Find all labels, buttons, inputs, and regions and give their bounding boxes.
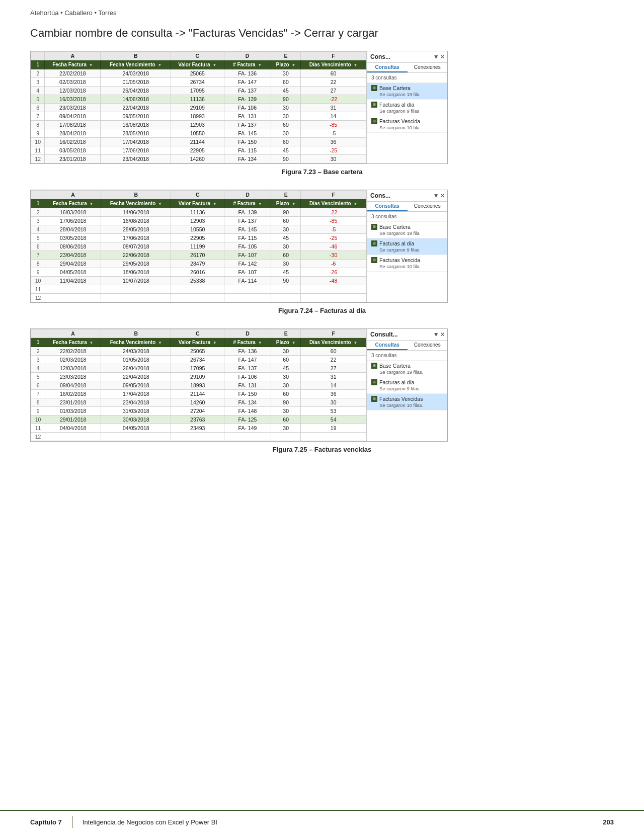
h2-col-B: Fecha Vencimiento ▼ — [101, 199, 171, 208]
query-name-1-1: Base Cartera — [379, 85, 411, 91]
cell: FA- 137 — [224, 87, 271, 95]
empty-cell — [171, 294, 224, 302]
query-item-1-3[interactable]: ⊞ Facturas Vencida Se cargaron 10 fila — [367, 116, 447, 133]
cell: FA- 137 — [224, 121, 271, 129]
panel-close-1[interactable]: ▼ × — [433, 53, 444, 60]
cell: 23/01/2018 — [45, 398, 101, 407]
sheet-table-1: A B C D E F 1 Fecha Factura ▼ Fecha Venc… — [31, 51, 366, 163]
h3-col-D: # Factura ▼ — [224, 338, 271, 347]
cell: -48 — [301, 277, 366, 285]
table-row: 716/02/201817/04/201821144FA- 1506036 — [31, 390, 366, 398]
footer-book-title: Inteligencia de Negocios con Excel y Pow… — [83, 818, 603, 826]
cell: 17/04/2018 — [101, 138, 171, 146]
empty-cell — [271, 294, 301, 302]
cell: 28/05/2018 — [101, 225, 171, 234]
panel-title-3: Consult... — [370, 331, 398, 338]
panel-close-2[interactable]: ▼ × — [433, 192, 444, 199]
cell: 53 — [301, 407, 366, 415]
row-num-cell: 11 — [31, 424, 45, 433]
cell: 23/01/2018 — [45, 155, 101, 163]
cell: FA- 125 — [224, 415, 271, 424]
query-icon-2-2: ⊞ — [371, 240, 377, 246]
cell: 17/06/2018 — [101, 234, 171, 242]
cell: 27 — [301, 87, 366, 95]
h3-col-F: Días Vencimiento ▼ — [301, 338, 366, 347]
h3-col-A: Fecha Factura ▼ — [45, 338, 101, 347]
query-name-3-1: Base Cartera — [379, 363, 411, 369]
query-sub-2-1: Se cargaron 19 fila — [371, 230, 443, 236]
cell: FA- 145 — [224, 129, 271, 138]
query-item-2-3[interactable]: ⊞ Facturas Vencida Se cargaron 10 fila — [367, 255, 447, 272]
cell: 60 — [271, 138, 300, 146]
query-item-2-1[interactable]: ⊞ Base Cartera Se cargaron 19 fila — [367, 222, 447, 238]
cell: 11199 — [171, 242, 224, 251]
table-row: 1016/02/201817/04/201821144FA- 1506036 — [31, 138, 366, 146]
tab-consultas-3[interactable]: Consultas — [367, 341, 408, 350]
cell: 22/06/2018 — [101, 251, 171, 260]
row-num-cell: 3 — [31, 356, 45, 364]
cell: FA- 134 — [224, 155, 271, 163]
query-item-1-2[interactable]: ⊞ Facturas al día Se cargaron 9 filas — [367, 100, 447, 116]
cell: 45 — [271, 146, 300, 155]
query-item-1-1[interactable]: ⊞ Base Cartera Se cargaron 19 fila — [367, 83, 447, 100]
table-row: 317/06/201816/08/201812903FA- 13760-85 — [31, 217, 366, 225]
row-num-cell: 3 — [31, 217, 45, 225]
empty-cell — [101, 433, 171, 441]
tab-consultas-1[interactable]: Consultas — [367, 63, 408, 72]
cell: 29109 — [171, 373, 224, 381]
query-item-3-3[interactable]: ⊞ Facturas Vencidas Se cargaron 10 filas… — [367, 394, 447, 410]
cell: -25 — [301, 234, 366, 242]
panel-count-3: 3 consultas — [367, 351, 447, 361]
panel-title-bar-1: Cons... ▼ × — [367, 51, 447, 63]
tab-consultas-2[interactable]: Consultas — [367, 202, 408, 211]
col-h-E-2: E — [271, 191, 301, 199]
cell: 30 — [271, 104, 300, 112]
page-title: Cambiar nombre de consulta -> "Facturas … — [30, 27, 614, 40]
query-sub-3-3: Se cargaron 10 filas. — [371, 402, 443, 408]
cell: 14 — [301, 112, 366, 121]
queries-panel-2: Cons... ▼ × Consultas Conexiones 3 consu… — [367, 190, 447, 272]
cell: -85 — [301, 121, 366, 129]
cell: 14/06/2018 — [101, 208, 171, 217]
sheet-area-1: A B C D E F 1 Fecha Factura ▼ Fecha Venc… — [31, 51, 367, 163]
cell: 36 — [301, 390, 366, 398]
cell: 26734 — [171, 78, 224, 87]
table-row: 904/05/201818/06/201826016FA- 10745-26 — [31, 268, 366, 277]
cell: 30 — [271, 225, 301, 234]
col-h-D-2: D — [224, 191, 271, 199]
col-header-A: A — [45, 52, 101, 60]
cell: -85 — [301, 217, 366, 225]
col-header-D: D — [224, 52, 271, 60]
cell: 24/03/2018 — [101, 347, 171, 356]
cell: FA- 136 — [224, 69, 271, 78]
cell: 16/03/2018 — [45, 95, 101, 104]
tab-conexiones-2[interactable]: Conexiones — [408, 202, 448, 211]
cell: 23/03/2018 — [45, 373, 101, 381]
query-name-2-2: Facturas al día — [379, 240, 414, 246]
table-row: 503/05/201817/06/201822905FA- 11545-25 — [31, 234, 366, 242]
query-item-2-2[interactable]: ⊞ Facturas al día Se cargaron 9 filas — [367, 238, 447, 255]
query-icon-1: ⊞ — [371, 85, 377, 91]
cell: 16/02/2018 — [45, 390, 101, 398]
tab-conexiones-1[interactable]: Conexiones — [408, 63, 448, 72]
row-num-h1: 1 — [31, 60, 45, 69]
cell: 90 — [271, 277, 301, 285]
table-row: 216/03/201814/06/201811136FA- 13990-22 — [31, 208, 366, 217]
query-item-3-1[interactable]: ⊞ Base Cartera Se cargaron 19 filas. — [367, 361, 447, 377]
query-name-1-2: Facturas al día — [379, 102, 414, 108]
cell: FA- 107 — [224, 268, 271, 277]
row-num-cell: 2 — [31, 208, 45, 217]
row-num-cell: 8 — [31, 398, 45, 407]
tab-conexiones-3[interactable]: Conexiones — [408, 341, 448, 350]
cell: 30/03/2018 — [101, 415, 171, 424]
col-h-C-3: C — [171, 329, 224, 338]
row-num-cell: 2 — [31, 347, 45, 356]
col-header-E: E — [271, 52, 300, 60]
table-row: 412/03/201826/04/201817095FA- 1374527 — [31, 87, 366, 95]
panel-close-3[interactable]: ▼ × — [433, 331, 444, 338]
query-item-3-2[interactable]: ⊞ Facturas al día Se cargaron 9 filas. — [367, 377, 447, 394]
cell: 36 — [301, 138, 366, 146]
query-sub-2-2: Se cargaron 9 filas — [371, 247, 443, 253]
cell: 31/03/2018 — [101, 407, 171, 415]
queries-panel-3: Consult... ▼ × Consultas Conexiones 3 co… — [367, 329, 447, 410]
